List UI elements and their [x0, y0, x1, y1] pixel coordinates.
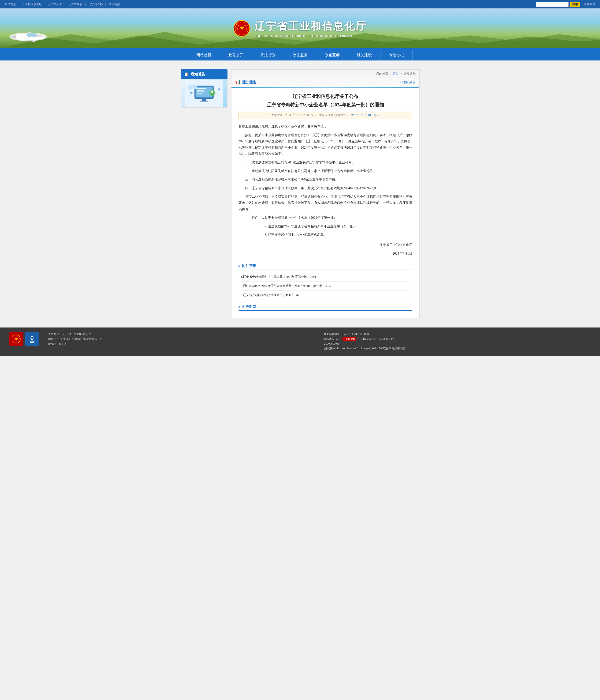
main-navigation: 网站首页 政务公开 依法行政 政务服务 政企互动 机关建设 专题专栏 [0, 50, 600, 60]
top-navigation: 网站首页 | 工业和信息化厅 | 辽宁省人大 | 辽宁省政府 | 辽宁省政协 |… [5, 2, 120, 6]
nav-item-organ[interactable]: 机关建设 [348, 50, 381, 60]
article-item1: 一、沈阳洪达橡塑有限公司等283家企业获得辽宁省专精特新中小企业称号。 [238, 159, 412, 166]
footer-icp-row: ICP备案编号： 辽ICP备202100110号 [324, 332, 591, 336]
svg-point-7 [26, 33, 32, 37]
footer-icp: ICP备案编号： 辽ICP备202100110号 网站标识码： 辽公网安备 辽公… [324, 332, 591, 351]
related-news-section: » 相关新闻 [232, 304, 419, 318]
sidebar: 📋 通知通告 [181, 69, 228, 318]
nav-sep5: | [105, 2, 106, 6]
footer-phone-value: 21000000055 [324, 342, 340, 346]
footer-logos: ★ 政府网站 找错 [9, 332, 39, 346]
article-greeting: 各市工业和信息化局、沈抚示范区产业创新局，各有关单位： [238, 124, 412, 130]
banner-title-block: 辽宁省工业和信息化厅 Department of Industry and In… [255, 19, 367, 38]
nav-item-special[interactable]: 专题专栏 [381, 50, 413, 60]
nav-item-law[interactable]: 依法行政 [252, 50, 284, 60]
nav-miit[interactable]: 工业和信息化厅 [22, 2, 42, 6]
header-top-bar: 网站首页 | 工业和信息化厅 | 辽宁省人大 | 辽宁省政府 | 辽宁省政协 |… [0, 0, 600, 8]
svg-text:★: ★ [239, 25, 244, 31]
attachment-section-header: » 附件下载 [238, 264, 412, 270]
article-para2: 各市工业和信息化局要切实履行职责，尽快通知相关企业。按照《辽宁省优质中小企业梯度… [238, 194, 412, 212]
meta-font-medium[interactable]: 中 [356, 113, 359, 117]
article-meta: 发文时间：2024-07-05 15:59:31 来源：中小企业处 文字大小： … [238, 111, 412, 119]
nav-sep1: | [19, 2, 19, 6]
nav-gov[interactable]: 辽宁省政府 [68, 2, 82, 6]
nav-home[interactable]: 网站首页 [5, 2, 16, 6]
footer-host-row: 主办单位： 辽宁省工业和信息化厅 [48, 332, 315, 336]
return-list-link[interactable]: >>返回列表 [400, 80, 416, 84]
nav-item-politics[interactable]: 政务公开 [220, 50, 252, 60]
meta-font-large[interactable]: 大 [351, 113, 354, 117]
header-search-area: 搜索 请您登录 [536, 2, 595, 7]
meta-fontsize-label: 文字大小： [335, 113, 349, 117]
nav-sep2: | [45, 2, 45, 6]
svg-rect-19 [197, 88, 206, 89]
sidebar-illustration [181, 79, 227, 107]
svg-text:找错: 找错 [30, 341, 34, 343]
content-wrapper: 📋 通知通告 [181, 65, 420, 323]
search-button[interactable]: 搜索 [570, 2, 580, 7]
svg-text:★: ★ [15, 337, 18, 341]
footer-suggest-row: 建议使用Microsoft Internet Explore 并以1024*76… [324, 347, 591, 350]
footer-address-value: 辽宁省沈阳市皇姑区北陵大街45-2号 [57, 338, 102, 341]
sidebar-icon: 📋 [184, 72, 189, 76]
article-title-line1: 辽宁省工业和信息化厅关于公布 [238, 92, 412, 100]
footer-network-row: 网站标识码： 辽公网安备 辽公网安备 21010502000529号 [324, 337, 591, 341]
nav-item-home[interactable]: 网站首页 [188, 50, 220, 60]
footer-network-value: 辽公网安备 21010502000529号 [358, 337, 395, 341]
svg-text:★: ★ [245, 28, 247, 30]
banner-title-sub: Department of Industry and Information T… [255, 34, 367, 38]
footer-address-label: 地址： [48, 338, 57, 341]
svg-text:政府网站: 政府网站 [28, 337, 36, 340]
banner-title-main: 辽宁省工业和信息化厅 [255, 19, 367, 33]
svg-point-28 [187, 86, 193, 90]
meta-font-small[interactable]: 小 [361, 113, 363, 117]
attachment-item-1[interactable]: 1.辽宁省专精特新中小企业名单（2024年度第一批）.xlsx [241, 272, 410, 281]
meta-sep1: 来源：中小企业处 [311, 113, 333, 117]
main-content-area: 您的位置： 首页 > 通知通告 📢 通知通告 >>返回列表 辽宁省工业和信息化厅… [231, 69, 420, 318]
svg-text:★: ★ [244, 24, 246, 27]
breadcrumb: 您的位置： 首页 > 通知通告 [232, 70, 419, 78]
attachment-item-2[interactable]: 2.通过复核的2021年度辽宁省专精特新中小企业名单（第一批）.xlsx [241, 281, 410, 291]
footer-icp-label: ICP备案编号： [324, 332, 343, 336]
attachment-section-title: 附件下载 [242, 264, 256, 268]
breadcrumb-label: 您的位置： [376, 72, 391, 76]
attachment-list: 1.辽宁省专精特新中小企业名单（2024年度第一批）.xlsx 2.通过复核的2… [238, 272, 412, 300]
attachment-item-3[interactable]: 3.辽宁省专精特新中小企业简单更名名单.xlsx [241, 291, 410, 300]
footer-postal-row: 邮编： 110032 [48, 342, 315, 346]
footer-logo-red[interactable]: ★ [9, 332, 23, 346]
nav-cppcc[interactable]: 辽宁省政协 [88, 2, 103, 6]
footer-phone-row: 21000000055 [324, 342, 591, 346]
meta-date: 发文时间：2024-07-05 15:59:31 [271, 113, 309, 117]
spacer-top [0, 60, 600, 65]
article-body: 各市工业和信息化局、沈抚示范区产业创新局，各有关单位： 按照《优质中小企业梯度培… [238, 124, 412, 257]
article-para1: 按照《优质中小企业梯度培育管理暂行办法》《辽宁省优质中小企业梯度培育管理实施细则… [238, 132, 412, 157]
search-input[interactable] [536, 2, 569, 7]
article-attachment-3: 3. 辽宁省专精特新中小企业简单更名名单 [238, 232, 412, 238]
footer-suggest: 建议使用Microsoft Internet Explore 并以1024*76… [324, 347, 406, 350]
footer-network-label: 网站标识码： [324, 337, 341, 341]
svg-text:★: ★ [237, 24, 239, 27]
sidebar-header: 📋 通知通告 [181, 69, 228, 79]
footer-icp-value: 辽ICP备202100110号 [344, 332, 369, 336]
nav-item-service[interactable]: 政务服务 [284, 50, 316, 60]
nav-item-enterprise[interactable]: 政企互动 [316, 50, 348, 60]
nav-npc[interactable]: 辽宁省人大 [48, 2, 62, 6]
nav-links[interactable]: 友情链接 [109, 2, 120, 6]
nav-sep4: | [85, 2, 85, 6]
footer-host-label: 主办单位： [48, 332, 62, 336]
meta-print[interactable]: 打印、打印 [365, 113, 379, 117]
footer-logo-blue[interactable]: 政府网站 找错 [25, 332, 39, 346]
article-container: 辽宁省工业和信息化厅关于公布 辽宁省专精特新中小企业名单（2024年度第一批）的… [232, 88, 419, 264]
sidebar-image [181, 79, 228, 108]
svg-point-26 [211, 91, 213, 93]
login-link[interactable]: 请您登录 [584, 2, 595, 6]
svg-rect-24 [200, 101, 208, 101]
article-title-line2: 辽宁省专精特新中小企业名单（2024年度第一批）的通知 [238, 101, 412, 109]
breadcrumb-home[interactable]: 首页 [393, 72, 399, 76]
related-news-header: » 相关新闻 [238, 304, 412, 311]
svg-rect-22 [197, 93, 203, 94]
attachment-arrow-icon: » [238, 264, 240, 268]
article-item4: 四、辽宁省专精特新中小企业有效期三年，此次公布企业的有效期为2024年7月至20… [238, 185, 412, 192]
section-icon: 📢 [235, 80, 240, 85]
article-item2: 二、通过复核的沈阳圣飞航空科技有限公司等61家企业授予辽宁省专精特新中小企业称号… [238, 168, 412, 174]
